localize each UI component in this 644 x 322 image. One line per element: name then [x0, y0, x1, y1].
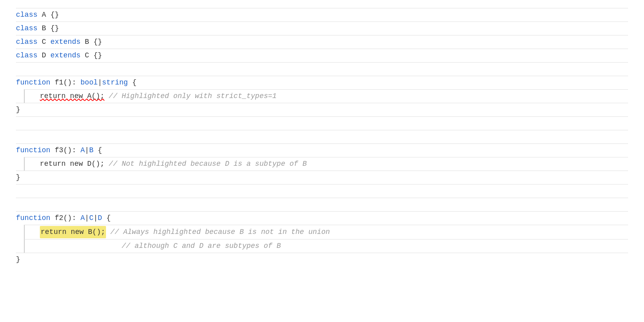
class-c-parent: B {} [80, 36, 102, 48]
class-c-name: C [42, 36, 51, 48]
line-f3-sig: function f3(): A|B { [16, 143, 628, 157]
line-f2-sig: function f2(): A|C|D { [16, 211, 628, 225]
f2-comment1: // Always highlighted because B is not i… [110, 226, 330, 238]
f2-return-a: A [80, 212, 85, 224]
empty-line-1 [16, 62, 628, 76]
f3-return-a: A [80, 145, 85, 156]
kw-class-a: class [16, 9, 42, 21]
f2-close-brace: } [16, 254, 20, 265]
f2-brace: { [102, 212, 111, 224]
empty-line-3 [16, 130, 628, 143]
kw-class-d: class [16, 50, 42, 61]
f2-name: f2(): [55, 212, 80, 224]
class-a-name: A {} [42, 9, 59, 21]
kw-extends-c: extends [50, 36, 80, 48]
f2-indent-spaces [40, 240, 122, 252]
kw-function-f1: function [16, 77, 55, 88]
line-f3-body: return new D(); // Not highlighted becau… [24, 157, 628, 171]
f1-pipe: | [98, 77, 102, 88]
empty-line-2 [16, 116, 628, 130]
f2-return-d: D [98, 212, 102, 224]
f1-space [104, 90, 109, 102]
f2-space [106, 226, 110, 238]
f3-return-b: B [89, 145, 94, 156]
line-f1-close: } [16, 103, 628, 116]
class-b-name: B {} [42, 23, 59, 34]
f2-return-c: C [89, 212, 94, 224]
f1-name: f1(): [55, 77, 80, 88]
f2-comment2: // although C and D are subtypes of B [122, 240, 281, 252]
empty-line-5 [16, 198, 628, 211]
f3-comment: // Not highlighted because D is a subtyp… [109, 158, 307, 170]
kw-class-c: class [16, 36, 42, 48]
f1-close-brace: } [16, 104, 20, 116]
f1-comment: // Highlighted only with strict_types=1 [109, 90, 277, 102]
f2-pipe1: | [85, 212, 89, 224]
kw-function-f2: function [16, 212, 55, 224]
f2-pipe2: | [93, 212, 98, 224]
class-d-parent: C {} [80, 50, 102, 61]
line-f1-body: return new A(); // Highlighted only with… [24, 89, 628, 103]
code-block: class A {} class B {} class C extends B … [16, 8, 628, 266]
line-f2-close: } [16, 253, 628, 266]
f3-pipe: | [85, 145, 89, 156]
kw-extends-d: extends [50, 50, 80, 61]
line-f2-body2: // although C and D are subtypes of B [24, 239, 628, 253]
f1-brace: { [128, 77, 137, 88]
f3-brace: { [93, 145, 102, 156]
line-class-c: class C extends B {} [16, 35, 628, 49]
line-class-d: class D extends C {} [16, 49, 628, 62]
f1-return-statement: return new A(); [40, 90, 104, 102]
line-f2-body1: return new B(); // Always highlighted be… [24, 225, 628, 239]
line-class-a: class A {} [16, 8, 628, 22]
empty-line-4 [16, 184, 628, 198]
f3-close-brace: } [16, 172, 20, 183]
f3-return: return new D(); [40, 158, 109, 170]
code-container: class A {} class B {} class C extends B … [0, 0, 644, 322]
line-f3-close: } [16, 171, 628, 184]
line-f1-sig: function f1(): bool|string { [16, 76, 628, 89]
f1-return-type2: string [102, 77, 128, 88]
f1-return-type: bool [80, 77, 98, 88]
line-class-b: class B {} [16, 22, 628, 35]
f2-return-highlighted: return new B(); [40, 226, 106, 238]
f3-name: f3(): [55, 145, 80, 156]
kw-class-b: class [16, 23, 42, 34]
kw-function-f3: function [16, 145, 55, 156]
class-d-name: D [42, 50, 51, 61]
